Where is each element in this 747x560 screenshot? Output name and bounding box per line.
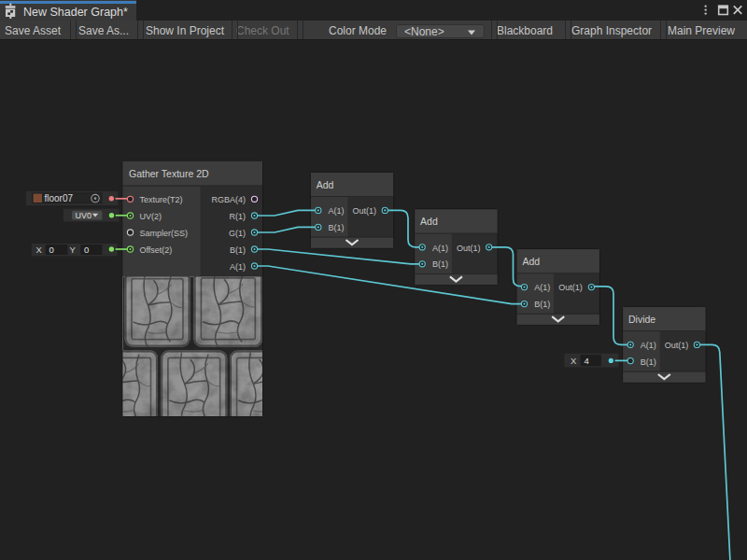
svg-text:Add: Add [522,256,540,267]
svg-text:B(1): B(1) [230,245,246,255]
svg-text:Add: Add [420,216,438,227]
svg-text:Divide: Divide [628,314,655,325]
svg-text:RGBA(4): RGBA(4) [211,195,246,204]
svg-text:Out(1): Out(1) [352,206,376,216]
svg-text:floor07: floor07 [45,193,74,203]
svg-text:A(1): A(1) [329,206,345,216]
svg-text:Out(1): Out(1) [558,283,583,292]
svg-text:0: 0 [49,245,54,255]
svg-text:Out(1): Out(1) [665,341,689,350]
svg-text:Texture(T2): Texture(T2) [140,195,183,204]
svg-text:Sampler(SS): Sampler(SS) [140,229,189,238]
svg-text:Y: Y [70,245,77,255]
svg-text:G(1): G(1) [229,229,246,238]
svg-text:X: X [36,245,43,255]
svg-text:UV0: UV0 [76,211,92,220]
svg-text:B(1): B(1) [534,300,550,309]
svg-text:A(1): A(1) [230,262,246,272]
svg-text:A(1): A(1) [641,341,656,350]
svg-text:UV(2): UV(2) [140,212,162,221]
svg-text:4: 4 [585,356,589,366]
svg-text:Offset(2): Offset(2) [140,245,173,255]
svg-text:0: 0 [84,245,89,255]
svg-text:Out(1): Out(1) [457,244,481,253]
svg-text:A(1): A(1) [432,244,448,253]
svg-text:X: X [571,356,577,366]
svg-text:A(1): A(1) [534,283,550,292]
svg-text:Gather Texture 2D: Gather Texture 2D [129,168,209,179]
svg-text:B(1): B(1) [641,357,656,367]
svg-text:B(1): B(1) [329,223,345,232]
svg-text:R(1): R(1) [230,212,247,221]
svg-text:B(1): B(1) [432,259,448,269]
svg-text:Add: Add [317,179,334,190]
